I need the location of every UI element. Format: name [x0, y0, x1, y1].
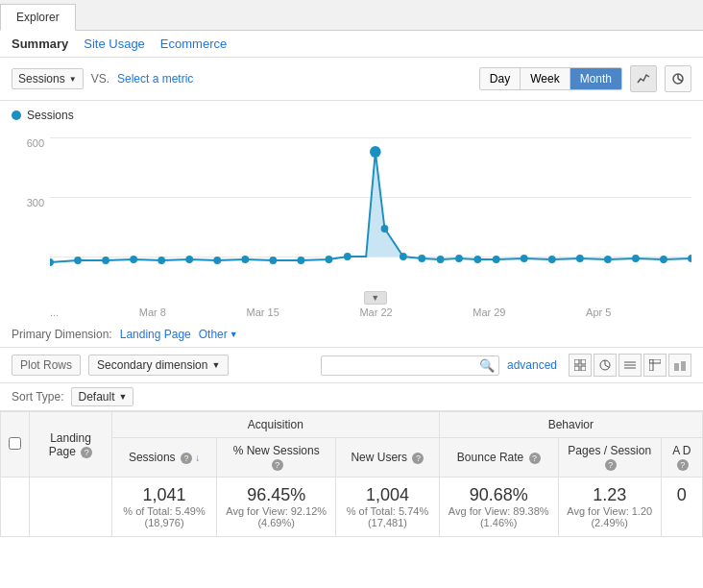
search-box: 🔍: [321, 355, 499, 376]
week-btn[interactable]: Week: [521, 68, 570, 89]
plot-rows-btn[interactable]: Plot Rows: [12, 355, 81, 376]
comparison-view-btn[interactable]: [668, 354, 691, 377]
help-icon-new-users[interactable]: ?: [412, 453, 424, 464]
subtab-ecommerce[interactable]: Ecommerce: [160, 37, 227, 51]
totals-bounce-rate: 90.68% Avg for View: 89.38% (1.46%): [439, 478, 558, 537]
sessions-total: 1,041: [120, 485, 208, 505]
chart-legend: Sessions: [12, 109, 691, 122]
toolbar: Sessions ▼ VS. Select a metric Day Week …: [0, 58, 703, 101]
dim-label: Primary Dimension:: [12, 328, 112, 341]
other-dropdown[interactable]: Other ▼: [199, 328, 238, 341]
list-view-btn[interactable]: [618, 354, 642, 377]
svg-point-24: [521, 255, 528, 262]
svg-point-20: [437, 256, 445, 263]
search-input[interactable]: [326, 358, 479, 372]
grid-icon: [574, 359, 586, 371]
subtab-summary[interactable]: Summary: [12, 37, 68, 51]
grid-view-btn[interactable]: [569, 354, 592, 377]
svg-rect-42: [649, 359, 653, 371]
chart-section: Sessions 600 300: [0, 101, 703, 322]
help-icon-sessions[interactable]: ?: [181, 453, 192, 464]
pie-chart-icon: [671, 72, 685, 86]
view-icons: [569, 354, 691, 377]
y-label-600: 600: [27, 137, 44, 149]
pages-session-sub: Avg for View: 1.20 (2.49%): [567, 505, 653, 528]
svg-point-17: [381, 225, 389, 233]
pct-new-total: 96.45%: [225, 485, 327, 505]
chart-area: 600 300: [50, 128, 691, 291]
sort-bar: Sort Type: Default ▼: [0, 383, 703, 411]
date-btn-group: Day Week Month: [479, 67, 622, 90]
x-label-mar22: Mar 22: [359, 306, 392, 318]
search-icon[interactable]: 🔍: [479, 358, 495, 373]
svg-point-27: [604, 256, 612, 263]
pie-view-btn[interactable]: [594, 354, 617, 377]
metric-dropdown[interactable]: Sessions ▼: [12, 68, 84, 89]
th-new-users: New Users ?: [336, 438, 440, 478]
sub-tabs: Summary Site Usage Ecommerce: [0, 31, 703, 58]
pie-chart-btn[interactable]: [665, 65, 691, 92]
th-acquisition: Acquisition: [111, 412, 439, 438]
tab-explorer[interactable]: Explorer: [0, 4, 76, 31]
svg-point-9: [185, 256, 193, 263]
svg-point-8: [158, 257, 165, 264]
pct-new-sub: Avg for View: 92.12% (4.69%): [225, 505, 327, 528]
bounce-rate-sub: Avg for View: 89.38% (1.46%): [448, 505, 550, 528]
help-icon[interactable]: ?: [81, 447, 92, 458]
svg-point-21: [455, 255, 463, 262]
th-pct-new-sessions: % New Sessions ?: [217, 438, 336, 478]
svg-point-18: [400, 253, 407, 260]
th-a-d: A D ?: [661, 438, 702, 478]
sort-arrow-sessions: ↓: [195, 453, 200, 463]
day-btn[interactable]: Day: [480, 68, 521, 89]
pages-session-total: 1.23: [567, 485, 653, 505]
x-label-mar15: Mar 15: [247, 306, 279, 318]
svg-rect-31: [574, 359, 579, 364]
totals-checkbox-cell: [1, 478, 30, 537]
sessions-legend-dot: [12, 110, 21, 120]
new-users-total: 1,004: [344, 485, 431, 505]
new-users-sub: % of Total: 5.74% (17,481): [344, 505, 431, 528]
select-metric-link[interactable]: Select a metric: [117, 72, 193, 86]
secondary-dimension-btn[interactable]: Secondary dimension ▼: [88, 355, 229, 376]
svg-point-13: [298, 257, 305, 264]
chevron-down-icon: ▼: [211, 360, 220, 370]
filter-bar: Plot Rows Secondary dimension ▼ 🔍 advanc…: [0, 348, 703, 383]
th-checkbox: [1, 412, 30, 478]
totals-pct-new: 96.45% Avg for View: 92.12% (4.69%): [217, 478, 336, 537]
svg-point-29: [660, 256, 667, 263]
help-icon-pct-new[interactable]: ?: [272, 459, 283, 471]
totals-ad: 0: [661, 478, 702, 537]
pie-icon: [599, 359, 611, 371]
x-label-0: ...: [50, 306, 59, 318]
help-icon-bounce[interactable]: ?: [529, 453, 541, 464]
svg-point-28: [632, 255, 640, 262]
th-pages-session: Pages / Session ?: [558, 438, 661, 478]
toolbar-right: Day Week Month: [479, 65, 691, 92]
svg-point-22: [473, 256, 481, 263]
sessions-legend-label: Sessions: [27, 109, 74, 122]
svg-rect-32: [581, 359, 586, 364]
chart-date-dropdown[interactable]: ▼: [364, 291, 387, 305]
svg-point-15: [344, 253, 352, 260]
select-all-checkbox[interactable]: [9, 437, 21, 450]
help-icon-ad[interactable]: ?: [677, 459, 689, 471]
list-icon: [624, 359, 636, 371]
line-chart-btn[interactable]: [630, 65, 657, 92]
sort-dropdown[interactable]: Default ▼: [71, 387, 133, 406]
chevron-down-icon: ▼: [119, 392, 128, 402]
svg-point-5: [74, 257, 82, 264]
totals-new-users: 1,004 % of Total: 5.74% (17,481): [336, 478, 440, 537]
pivot-view-btn[interactable]: [643, 354, 667, 377]
y-axis: 600 300: [12, 128, 48, 291]
landing-page-link[interactable]: Landing Page: [120, 328, 191, 341]
help-icon-pages[interactable]: ?: [605, 459, 617, 471]
svg-marker-3: [348, 152, 403, 257]
subtab-site-usage[interactable]: Site Usage: [84, 37, 145, 51]
svg-line-2: [678, 79, 682, 82]
advanced-link[interactable]: advanced: [507, 358, 557, 372]
svg-point-23: [493, 256, 500, 263]
month-btn[interactable]: Month: [570, 68, 621, 89]
sessions-sub: % of Total: 5.49% (18,976): [120, 505, 208, 528]
svg-point-6: [102, 257, 109, 264]
